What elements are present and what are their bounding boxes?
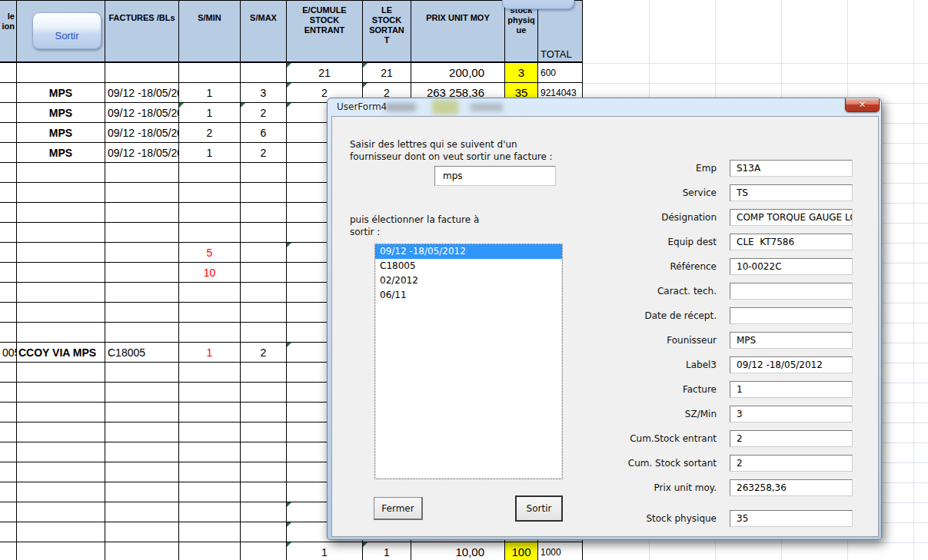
sheet-cell[interactable]: [17, 482, 105, 502]
sheet-cell[interactable]: [0, 422, 17, 442]
field-value-input[interactable]: [730, 356, 853, 373]
sheet-cell[interactable]: [17, 442, 105, 462]
sheet-cell[interactable]: 005: [0, 343, 17, 363]
field-value-input[interactable]: [730, 510, 853, 527]
sheet-cell[interactable]: 2: [241, 343, 287, 363]
sheet-cell[interactable]: [0, 103, 17, 123]
sheet-cell[interactable]: [0, 383, 17, 403]
sheet-cell[interactable]: [105, 283, 179, 303]
column-header[interactable]: S/MIN: [179, 0, 241, 63]
sheet-cell[interactable]: [0, 63, 17, 83]
sheet-cell[interactable]: [105, 542, 179, 560]
sheet-cell[interactable]: [241, 422, 287, 442]
sheet-cell[interactable]: [17, 303, 105, 323]
sheet-cell[interactable]: [241, 462, 287, 482]
form-sortir-button[interactable]: Sortir: [515, 495, 563, 522]
field-value-input[interactable]: [730, 455, 853, 472]
sheet-cell[interactable]: 1: [179, 343, 241, 363]
sheet-cell[interactable]: [179, 482, 241, 502]
sheet-cell[interactable]: [179, 203, 241, 223]
sheet-cell[interactable]: [179, 442, 241, 462]
sheet-cell[interactable]: [105, 243, 179, 263]
partial-toolbar-button[interactable]: [502, 0, 574, 9]
sheet-cell[interactable]: [0, 203, 17, 223]
field-value-input[interactable]: [730, 184, 853, 201]
sheet-cell[interactable]: 1000: [538, 542, 583, 560]
sheet-cell[interactable]: [241, 502, 287, 522]
sheet-cell[interactable]: [241, 283, 287, 303]
sheet-cell[interactable]: [179, 462, 241, 482]
field-value-input[interactable]: [730, 381, 853, 398]
sheet-cell[interactable]: [17, 422, 105, 442]
sheet-cell[interactable]: [179, 63, 241, 83]
sheet-cell[interactable]: 3: [505, 63, 538, 83]
sheet-cell[interactable]: 100: [505, 542, 538, 560]
sheet-cell[interactable]: 1: [363, 542, 411, 560]
listbox-item[interactable]: 06/11: [375, 288, 562, 303]
sheet-cell[interactable]: [17, 263, 105, 283]
column-header[interactable]: PRIX UNIT MOY: [411, 0, 505, 63]
sheet-cell[interactable]: C18005: [105, 343, 179, 363]
field-value-input[interactable]: [730, 160, 853, 177]
sheet-cell[interactable]: [179, 363, 241, 383]
column-header[interactable]: stock physiq ue: [505, 0, 538, 63]
sheet-cell[interactable]: [0, 542, 17, 560]
sheet-cell[interactable]: [241, 303, 287, 323]
sheet-cell[interactable]: [105, 462, 179, 482]
sheet-cell[interactable]: [17, 383, 105, 403]
sheet-cell[interactable]: [179, 223, 241, 243]
sheet-cell[interactable]: [17, 323, 105, 343]
sheet-cell[interactable]: [105, 403, 179, 422]
userform-titlebar[interactable]: UserForm4 ✕: [328, 98, 881, 116]
column-header[interactable]: LE STOCK SORTAN T: [363, 0, 411, 63]
sheet-cell[interactable]: [179, 283, 241, 303]
sheet-cell[interactable]: [241, 323, 287, 343]
sheet-cell[interactable]: 21: [363, 63, 411, 83]
sheet-cell[interactable]: [0, 83, 17, 103]
sheet-cell[interactable]: [105, 183, 179, 203]
sheet-cell[interactable]: [0, 323, 17, 343]
sheet-cell[interactable]: [179, 522, 241, 542]
sheet-cell[interactable]: [105, 203, 179, 223]
listbox-item[interactable]: 09/12 -18/05/2012: [375, 244, 562, 259]
column-header[interactable]: le ion: [0, 0, 17, 63]
sheet-cell[interactable]: [0, 462, 17, 482]
field-value-input[interactable]: [730, 258, 853, 275]
sheet-cell[interactable]: 200,00: [411, 63, 505, 83]
listbox-item[interactable]: 02/2012: [375, 273, 562, 288]
sheet-cell[interactable]: [0, 522, 17, 542]
sheet-cell[interactable]: [17, 183, 105, 203]
sheet-cell[interactable]: [241, 243, 287, 263]
sheet-cell[interactable]: MPS: [17, 103, 105, 123]
sheet-cell[interactable]: [241, 542, 287, 560]
sheet-cell[interactable]: 2: [241, 103, 287, 123]
sheet-cell[interactable]: [17, 462, 105, 482]
sheet-cell[interactable]: [105, 422, 179, 442]
sheet-cell[interactable]: MPS: [17, 123, 105, 143]
sheet-cell[interactable]: [0, 442, 17, 462]
close-button[interactable]: ✕: [845, 98, 880, 112]
sheet-cell[interactable]: [241, 383, 287, 403]
sheet-cell[interactable]: [105, 163, 179, 183]
sheet-cell[interactable]: 3: [241, 83, 287, 103]
sheet-cell[interactable]: 09/12 -18/05/2012: [105, 103, 179, 123]
field-value-input[interactable]: [730, 234, 853, 250]
supplier-letters-input[interactable]: [434, 166, 556, 186]
sheet-cell[interactable]: [241, 63, 287, 83]
sheet-cell[interactable]: [17, 163, 105, 183]
sheet-cell[interactable]: [105, 263, 179, 283]
field-value-input[interactable]: [730, 307, 853, 324]
sheet-cell[interactable]: [0, 482, 17, 502]
sheet-cell[interactable]: MPS: [17, 83, 105, 103]
sheet-cell[interactable]: MPS: [17, 143, 105, 163]
sheet-cell[interactable]: 09/12 -18/05/2012: [105, 123, 179, 143]
sheet-cell[interactable]: [0, 123, 17, 143]
sheet-cell[interactable]: [17, 363, 105, 383]
sheet-cell[interactable]: [179, 303, 241, 323]
field-value-input[interactable]: [730, 430, 853, 447]
sheet-cell[interactable]: [179, 403, 241, 422]
sheet-cell[interactable]: [17, 502, 105, 522]
field-value-input[interactable]: [730, 332, 853, 349]
sheet-cell[interactable]: [179, 183, 241, 203]
sheet-cell[interactable]: [0, 303, 17, 323]
